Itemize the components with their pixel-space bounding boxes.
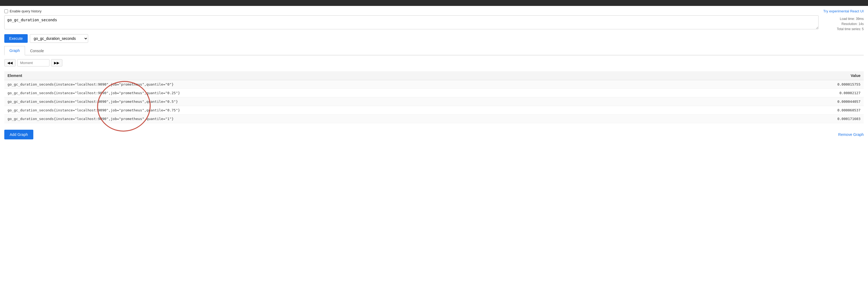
execute-row: Execute go_gc_duration_seconds bbox=[4, 34, 864, 43]
top-bar bbox=[0, 0, 868, 6]
value-cell: 0.00002127 bbox=[742, 89, 864, 97]
bottom-row: Add Graph Remove Graph bbox=[4, 127, 864, 141]
table-row: go_gc_duration_seconds{instance="localho… bbox=[4, 114, 864, 123]
top-row: Enable query history Try experimental Re… bbox=[4, 9, 864, 13]
table-row: go_gc_duration_seconds{instance="localho… bbox=[4, 89, 864, 97]
value-col-header: Value bbox=[742, 71, 864, 80]
element-cell: go_gc_duration_seconds{instance="localho… bbox=[4, 97, 742, 106]
enable-query-history-text: Enable query history bbox=[10, 9, 42, 13]
prev-button[interactable]: ◀◀ bbox=[4, 59, 16, 66]
tab-console[interactable]: Console bbox=[25, 46, 49, 55]
element-cell: go_gc_duration_seconds{instance="localho… bbox=[4, 106, 742, 114]
table-body: go_gc_duration_seconds{instance="localho… bbox=[4, 80, 864, 123]
moment-input[interactable] bbox=[17, 59, 50, 66]
query-row: Load time: 39ms Resolution: 14s Total ti… bbox=[4, 15, 864, 32]
element-cell: go_gc_duration_seconds{instance="localho… bbox=[4, 80, 742, 89]
element-cell: go_gc_duration_seconds{instance="localho… bbox=[4, 114, 742, 123]
metric-select[interactable]: go_gc_duration_seconds bbox=[30, 34, 88, 43]
value-cell: 0.000015755 bbox=[742, 80, 864, 89]
results-table: Element Value go_gc_duration_seconds{ins… bbox=[4, 71, 864, 123]
remove-graph-link[interactable]: Remove Graph bbox=[838, 133, 864, 137]
try-react-link[interactable]: Try experimental React UI bbox=[823, 9, 864, 13]
value-cell: 0.000044057 bbox=[742, 97, 864, 106]
query-input[interactable] bbox=[4, 15, 818, 29]
value-cell: 0.000171603 bbox=[742, 114, 864, 123]
table-row: go_gc_duration_seconds{instance="localho… bbox=[4, 106, 864, 114]
enable-query-history-checkbox[interactable] bbox=[4, 9, 8, 13]
element-col-header: Element bbox=[4, 71, 742, 80]
load-time-stat: Load time: 39ms bbox=[821, 17, 864, 22]
add-graph-button[interactable]: Add Graph bbox=[4, 130, 33, 139]
total-series-stat: Total time series: 5 bbox=[821, 27, 864, 32]
value-cell: 0.000060537 bbox=[742, 106, 864, 114]
tab-graph[interactable]: Graph bbox=[4, 46, 25, 55]
main-container: Enable query history Try experimental Re… bbox=[0, 6, 868, 144]
next-button[interactable]: ▶▶ bbox=[51, 59, 62, 66]
tabs-row: Graph Console bbox=[4, 46, 864, 55]
moment-row: ◀◀ ▶▶ bbox=[4, 59, 864, 66]
element-cell: go_gc_duration_seconds{instance="localho… bbox=[4, 89, 742, 97]
execute-button[interactable]: Execute bbox=[4, 34, 28, 43]
stats-panel: Load time: 39ms Resolution: 14s Total ti… bbox=[821, 15, 864, 32]
resolution-stat: Resolution: 14s bbox=[821, 22, 864, 27]
table-wrapper: Element Value go_gc_duration_seconds{ins… bbox=[4, 71, 864, 123]
enable-query-history-label[interactable]: Enable query history bbox=[4, 9, 42, 13]
table-header: Element Value bbox=[4, 71, 864, 80]
table-row: go_gc_duration_seconds{instance="localho… bbox=[4, 80, 864, 89]
table-row: go_gc_duration_seconds{instance="localho… bbox=[4, 97, 864, 106]
